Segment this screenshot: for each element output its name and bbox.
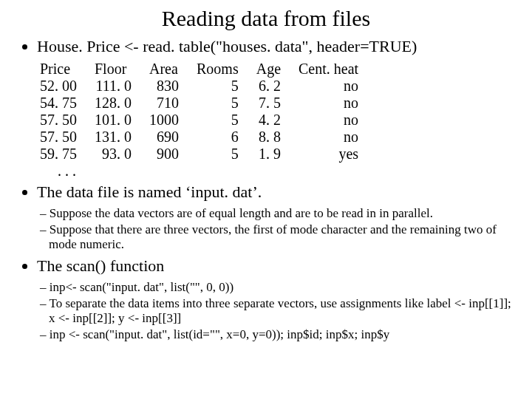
table-row: 57. 50 101. 0 1000 5 4. 2 no <box>31 112 367 129</box>
cell: 52. 00 <box>31 78 86 95</box>
table-ellipsis: . . . <box>31 163 511 180</box>
cell: 1000 <box>140 112 188 129</box>
cell: 5 <box>188 112 248 129</box>
table-row: 57. 50 131. 0 690 6 8. 8 no <box>31 129 367 146</box>
cell: 93. 0 <box>86 146 140 163</box>
cell: 5 <box>188 95 248 112</box>
table-row: 52. 00 111. 0 830 5 6. 2 no <box>31 78 367 95</box>
data-table: Price Floor Area Rooms Age Cent. heat 52… <box>31 61 367 163</box>
cell: 57. 50 <box>31 129 86 146</box>
bullet-list: The data file is named ‘input. dat’. <box>21 183 511 202</box>
cell: yes <box>290 146 367 163</box>
cell: 5 <box>188 146 248 163</box>
th-price: Price <box>31 61 86 78</box>
cell: 710 <box>140 95 188 112</box>
cell: 830 <box>140 78 188 95</box>
th-floor: Floor <box>86 61 140 78</box>
cell: no <box>290 129 367 146</box>
bullet-scan: The scan() function <box>37 256 511 276</box>
sub-item: To separate the data items into three se… <box>40 296 511 326</box>
data-table-wrap: Price Floor Area Rooms Age Cent. heat 52… <box>21 61 511 180</box>
cell: 7. 5 <box>248 95 290 112</box>
cell: 6 <box>188 129 248 146</box>
cell: 5 <box>188 78 248 95</box>
table-row: 59. 75 93. 0 900 5 1. 9 yes <box>31 146 367 163</box>
cell: no <box>290 112 367 129</box>
cell: no <box>290 78 367 95</box>
cell: 59. 75 <box>31 146 86 163</box>
page-title: Reading data from files <box>21 6 511 31</box>
th-rooms: Rooms <box>188 61 248 78</box>
sub-item: inp<- scan("input. dat", list("", 0, 0)) <box>40 280 511 295</box>
cell: no <box>290 95 367 112</box>
bullet-list: The scan() function <box>21 256 511 276</box>
cell: 101. 0 <box>86 112 140 129</box>
table-row: 54. 75 128. 0 710 5 7. 5 no <box>31 95 367 112</box>
th-cent: Cent. heat <box>290 61 367 78</box>
table-header-row: Price Floor Area Rooms Age Cent. heat <box>31 61 367 78</box>
cell: 131. 0 <box>86 129 140 146</box>
th-area: Area <box>140 61 188 78</box>
bullet-read-table: House. Price <- read. table("houses. dat… <box>37 37 511 56</box>
slide: Reading data from files House. Price <- … <box>0 0 532 342</box>
cell: 900 <box>140 146 188 163</box>
sub-list: Suppose the data vectors are of equal le… <box>21 206 511 252</box>
th-age: Age <box>248 61 290 78</box>
cell: 1. 9 <box>248 146 290 163</box>
cell: 690 <box>140 129 188 146</box>
sub-list: inp<- scan("input. dat", list("", 0, 0))… <box>21 280 511 342</box>
bullet-list: House. Price <- read. table("houses. dat… <box>21 37 511 56</box>
cell: 57. 50 <box>31 112 86 129</box>
sub-item: Suppose that there are three vectors, th… <box>40 222 511 252</box>
cell: 4. 2 <box>248 112 290 129</box>
cell: 128. 0 <box>86 95 140 112</box>
cell: 54. 75 <box>31 95 86 112</box>
sub-item: inp <- scan("input. dat", list(id="", x=… <box>40 327 511 342</box>
bullet-input-dat: The data file is named ‘input. dat’. <box>37 183 511 202</box>
cell: 6. 2 <box>248 78 290 95</box>
sub-item: Suppose the data vectors are of equal le… <box>40 206 511 221</box>
cell: 8. 8 <box>248 129 290 146</box>
cell: 111. 0 <box>86 78 140 95</box>
